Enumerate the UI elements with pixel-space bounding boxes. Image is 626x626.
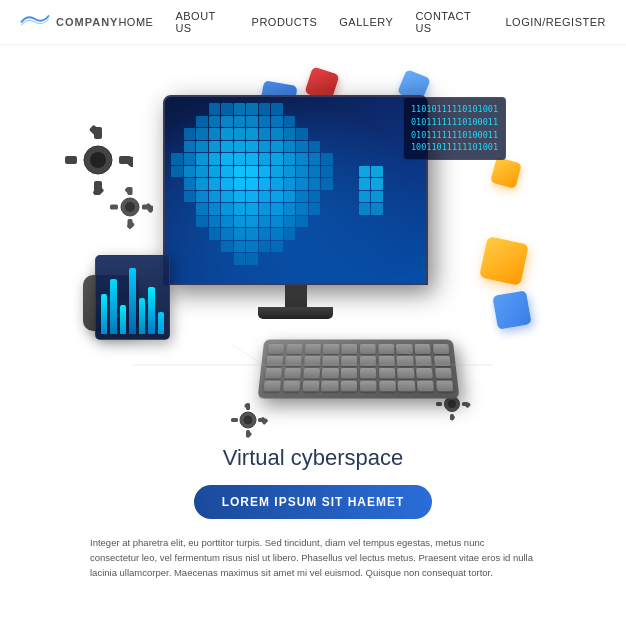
screen-cell [171, 228, 183, 240]
nav-login[interactable]: LOGIN/REGISTER [505, 16, 606, 28]
screen-cell [396, 241, 408, 253]
screen-cell [384, 228, 396, 240]
key [341, 368, 357, 378]
screen-cell [359, 266, 371, 278]
screen-cell [309, 191, 321, 203]
screen-cell [284, 191, 296, 203]
screen-cell [346, 266, 358, 278]
screen-cell [334, 228, 346, 240]
screen-cell [209, 141, 221, 153]
screen-cell [384, 191, 396, 203]
header: COMPANY HOME ABOUT US PRODUCTS GALLERY C… [0, 0, 626, 45]
screen-cell [209, 191, 221, 203]
bar-6 [148, 287, 154, 334]
screen-cell [171, 191, 183, 203]
cta-button[interactable]: LOREM IPSUM SIT HAEMET [194, 485, 433, 519]
nav-contact[interactable]: CONTACT US [415, 10, 483, 34]
screen-cell [284, 228, 296, 240]
screen-cell [184, 266, 196, 278]
screen-cell [309, 266, 321, 278]
screen-cell [259, 203, 271, 215]
bar-7 [158, 312, 164, 334]
key [415, 356, 432, 366]
screen-cell [296, 228, 308, 240]
screen-cell [259, 253, 271, 265]
screen-cell [171, 141, 183, 153]
screen-cell [259, 166, 271, 178]
key [435, 368, 452, 378]
screen-cell [284, 241, 296, 253]
binary-line-4: 10011011111101001 [411, 141, 498, 154]
screen-cell [384, 253, 396, 265]
screen-cell [309, 153, 321, 165]
screen-cell [409, 266, 421, 278]
nav-home[interactable]: HOME [118, 16, 153, 28]
key [268, 344, 285, 354]
screen-cell [284, 266, 296, 278]
screen-cell [209, 241, 221, 253]
logo-text: COMPANY [56, 16, 118, 28]
screen-cell [371, 128, 383, 140]
screen-cell [321, 166, 333, 178]
screen-cell [296, 253, 308, 265]
screen-cell [296, 116, 308, 128]
screen-cell [196, 216, 208, 228]
screen-cell [296, 178, 308, 190]
screen-cell [359, 178, 371, 190]
screen-cell [271, 103, 283, 115]
key [378, 344, 394, 354]
screen-cell [259, 178, 271, 190]
gear-medium [108, 185, 153, 230]
svg-line-51 [233, 345, 263, 365]
screen-cell [359, 116, 371, 128]
screen-cell [359, 153, 371, 165]
screen-cell [171, 253, 183, 265]
screen-cell [184, 166, 196, 178]
screen-cell [296, 141, 308, 153]
screen-cell [171, 153, 183, 165]
key [321, 381, 338, 391]
key [397, 368, 414, 378]
screen-cell [409, 191, 421, 203]
screen-cell [271, 141, 283, 153]
screen-cell [184, 253, 196, 265]
key [304, 344, 320, 354]
screen-cell [184, 153, 196, 165]
screen-cell [196, 178, 208, 190]
screen-cell [234, 228, 246, 240]
screen-cell [171, 128, 183, 140]
screen-cell [221, 166, 233, 178]
screen-cell [184, 141, 196, 153]
screen-cell [346, 153, 358, 165]
screen-cell [196, 191, 208, 203]
key [434, 356, 451, 366]
screen-cell [271, 116, 283, 128]
screen-cell [309, 253, 321, 265]
screen-cell [384, 116, 396, 128]
screen-cell [196, 103, 208, 115]
screen-cell [371, 141, 383, 153]
screen-cell [334, 103, 346, 115]
key [304, 356, 321, 366]
screen-cell [321, 141, 333, 153]
screen-cell [359, 191, 371, 203]
nav-products[interactable]: PRODUCTS [252, 16, 318, 28]
screen-cell [196, 141, 208, 153]
screen-cell [221, 203, 233, 215]
screen-cell [284, 141, 296, 153]
screen-cell [296, 166, 308, 178]
screen-cell [384, 203, 396, 215]
text-section: Virtual cyberspace LOREM IPSUM SIT HAEME… [0, 445, 626, 581]
screen-cell [346, 178, 358, 190]
screen-cell [221, 191, 233, 203]
float-square-yellow2 [490, 157, 522, 189]
screen-cell [271, 216, 283, 228]
nav-about[interactable]: ABOUT US [175, 10, 229, 34]
screen-cell [371, 228, 383, 240]
screen-cell [309, 178, 321, 190]
key [436, 381, 454, 391]
screen-cell [359, 128, 371, 140]
nav-gallery[interactable]: GALLERY [339, 16, 393, 28]
screen-cell [309, 103, 321, 115]
screen-cell [396, 203, 408, 215]
